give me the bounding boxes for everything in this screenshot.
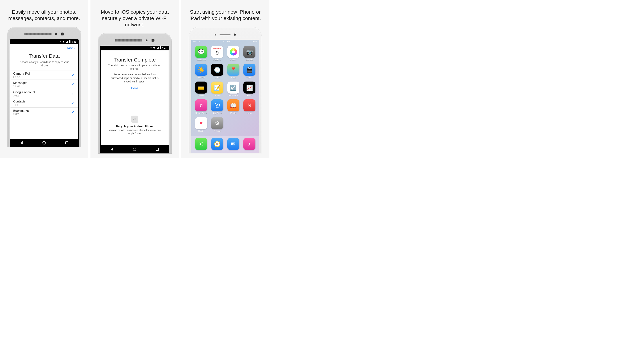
recycle-title: Recycle your Android Phone — [106, 125, 164, 128]
transfer-list: Camera Roll6.3 GB✓Messages7.2 MB✓Google … — [10, 70, 78, 117]
row-label: Camera Roll — [13, 72, 75, 76]
app-clock[interactable]: 🕘Clock — [210, 64, 225, 79]
app-wallet[interactable]: 💳Wallet — [194, 82, 208, 97]
transfer-row-bookmarks[interactable]: Bookmarks25 KB✓ — [10, 108, 78, 117]
transfer-complete-screen: Transfer Complete Your data has been cop… — [101, 50, 169, 145]
health-icon: ♥ — [195, 117, 207, 129]
app-label: Notes — [210, 94, 225, 97]
app-safari[interactable]: 🧭 — [210, 138, 225, 151]
app-label: Clock — [210, 76, 225, 79]
app-label: Videos — [242, 76, 257, 79]
wallet-icon: 💳 — [195, 82, 207, 94]
iphone-home-screen: ••••• ᯤ 9:41 AM 100% 💬MessagesWednesday9… — [191, 40, 259, 153]
headline-1: Easily move all your photos, messages, c… — [0, 0, 88, 27]
bluetooth-icon: ⚹ — [150, 47, 152, 50]
iphone-status-bar: ••••• ᯤ 9:41 AM 100% — [191, 40, 259, 44]
app-health[interactable]: ♥Health — [194, 117, 208, 132]
recycle-icon: ♻ — [131, 116, 138, 123]
settings-icon: ⚙ — [211, 117, 223, 129]
checkmark-icon: ✓ — [72, 82, 74, 86]
next-label: Next — [67, 46, 73, 50]
app-news[interactable]: NNews — [242, 99, 257, 114]
android-nav-bar — [101, 145, 169, 154]
app-label: Reminders — [226, 94, 240, 97]
app-label: Stocks — [242, 94, 257, 97]
app-notes[interactable]: 📝Notes — [210, 82, 225, 97]
app-label: iBooks — [226, 112, 240, 114]
app-phone[interactable]: ✆ — [194, 138, 208, 151]
app-label: Photos — [226, 59, 240, 61]
nav-recent-icon[interactable] — [156, 148, 159, 151]
notes-icon: 📝 — [211, 82, 223, 94]
bluetooth-icon: ⚹ — [59, 40, 61, 43]
app-settings[interactable]: ⚙Settings — [210, 117, 225, 132]
chevron-right-icon: › — [74, 46, 75, 50]
row-size: 25 KB — [13, 113, 75, 116]
camera-icon: 📷 — [243, 46, 255, 58]
transfer-row-messages[interactable]: Messages7.2 MB✓ — [10, 80, 78, 89]
phone-icon: ✆ — [195, 138, 207, 150]
android-phone-frame: ⚹ 9:41 Next › Transfer Data Choose what … — [7, 27, 81, 147]
app-messages[interactable]: 💬Messages — [194, 46, 208, 61]
music-icon: ♪ — [243, 138, 255, 150]
row-label: Contacts — [13, 100, 75, 103]
app-label: Calendar — [210, 59, 225, 61]
checkmark-icon: ✓ — [72, 92, 74, 96]
app-ibooks[interactable]: 📖iBooks — [226, 99, 240, 114]
screen-title: Transfer Complete — [101, 57, 169, 63]
app-label: App Store — [210, 112, 225, 114]
app-label: Messages — [194, 59, 208, 61]
app-label: iTunes Store — [194, 112, 208, 114]
app-weather[interactable]: ☀️Weather — [194, 64, 208, 79]
app-videos[interactable]: 🎬Videos — [242, 64, 257, 79]
transfer-row-contacts[interactable]: Contacts4 KB✓ — [10, 98, 78, 108]
next-button[interactable]: Next › — [67, 46, 75, 50]
app-label: Wallet — [194, 94, 208, 97]
clock-icon: 🕘 — [211, 64, 223, 76]
battery-icon — [69, 41, 70, 43]
app-store-icon: Ⓐ — [211, 99, 223, 111]
recycle-text: You can recycle this Android phone for f… — [106, 128, 164, 135]
nav-back-icon[interactable] — [20, 141, 23, 144]
app-itunes-store[interactable]: ♫iTunes Store — [194, 99, 208, 114]
promo-panel-3: Start using your new iPhone or iPad with… — [181, 0, 269, 158]
transfer-data-screen: Next › Transfer Data Choose what you wou… — [10, 44, 78, 139]
promo-panel-2: Move to iOS copies your data securely ov… — [90, 0, 179, 158]
app-camera[interactable]: 📷Camera — [242, 46, 257, 61]
app-label: Weather — [194, 76, 208, 79]
videos-icon: 🎬 — [243, 64, 255, 76]
app-reminders[interactable]: ☑️Reminders — [226, 82, 240, 97]
nav-recent-icon[interactable] — [65, 141, 68, 144]
front-camera-icon — [234, 33, 236, 36]
speaker-grille — [220, 34, 230, 35]
battery-label: 100% — [252, 41, 257, 43]
sensor-dot-icon — [55, 33, 57, 35]
row-size: 6.3 GB — [13, 76, 75, 78]
app-calendar[interactable]: Wednesday9Calendar — [210, 46, 225, 61]
iphone-frame: ••••• ᯤ 9:41 AM 100% 💬MessagesWednesday9… — [189, 27, 262, 153]
front-camera-icon — [61, 32, 64, 36]
app-photos[interactable]: Photos — [226, 46, 240, 61]
app-app-store[interactable]: ⒶApp Store — [210, 99, 225, 114]
app-label: News — [242, 112, 257, 114]
sensor-dot-icon — [146, 40, 147, 41]
nav-home-icon[interactable] — [42, 141, 46, 144]
nav-back-icon[interactable] — [111, 148, 113, 151]
row-size: 30 KB — [13, 95, 75, 97]
row-label: Messages — [13, 81, 75, 85]
news-icon: N — [243, 99, 255, 111]
nav-home-icon[interactable] — [133, 148, 136, 151]
wifi-icon — [62, 41, 65, 42]
app-mail[interactable]: ✉ — [226, 138, 240, 151]
app-maps[interactable]: 📍Maps — [226, 64, 240, 79]
speaker-grille — [24, 33, 52, 35]
screen-title: Transfer Data — [10, 53, 78, 59]
done-button[interactable]: Done — [101, 86, 169, 90]
app-stocks[interactable]: 📈Stocks — [242, 82, 257, 97]
calendar-icon: Wednesday9 — [211, 46, 223, 58]
transfer-row-google-account[interactable]: Google Account30 KB✓ — [10, 89, 78, 98]
app-music[interactable]: ♪ — [242, 138, 257, 151]
transfer-row-camera-roll[interactable]: Camera Roll6.3 GB✓ — [10, 70, 78, 80]
promo-panel-1: Easily move all your photos, messages, c… — [0, 0, 88, 158]
app-grid: 💬MessagesWednesday9CalendarPhotos📷Camera… — [191, 44, 259, 132]
